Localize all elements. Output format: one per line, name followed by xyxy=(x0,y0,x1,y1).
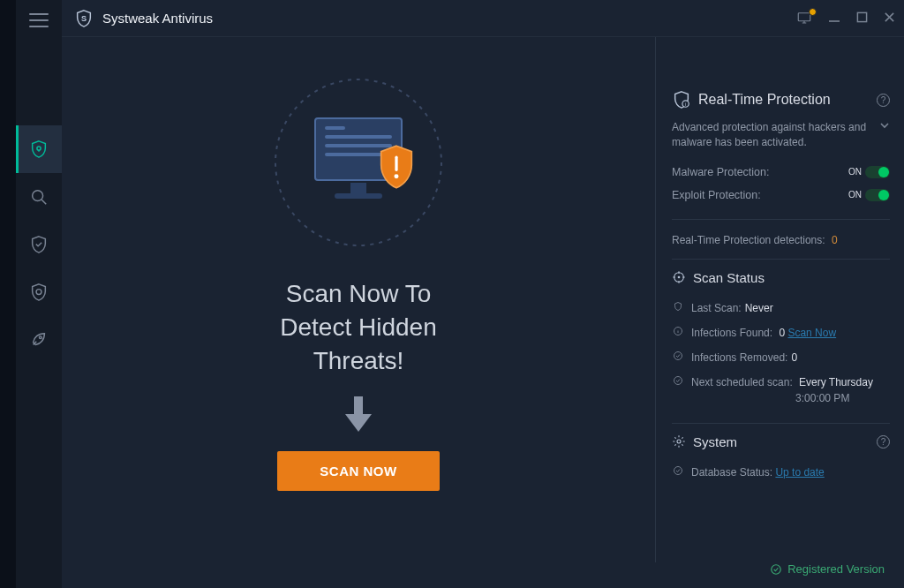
exploit-protection-row: Exploit Protection: ON xyxy=(672,184,890,207)
down-arrow-icon xyxy=(343,393,374,435)
content: Scan Now To Detect Hidden Threats! SCAN … xyxy=(62,37,904,562)
rocket-icon xyxy=(29,330,49,350)
svg-point-18 xyxy=(772,564,781,574)
malware-protection-label: Malware Protection: xyxy=(672,166,769,178)
svg-text:S: S xyxy=(81,13,87,22)
infections-removed-row: Infections Removed:0 xyxy=(672,345,890,370)
check-circle-icon xyxy=(673,351,683,361)
scan-status-title: Scan Status xyxy=(693,270,765,285)
shield-e-icon xyxy=(29,283,49,302)
svg-point-3 xyxy=(39,336,41,339)
close-button[interactable] xyxy=(884,11,895,25)
left-edge-strip xyxy=(0,0,16,588)
detections-value: 0 xyxy=(832,234,838,246)
svg-point-12 xyxy=(678,276,681,279)
database-status-row: Database Status: Up to date xyxy=(672,460,890,485)
last-scan-row: Last Scan:Never xyxy=(672,296,890,320)
target-icon xyxy=(672,270,686,284)
app-window: S Systweak Antivirus xyxy=(0,0,904,588)
registered-version-label: Registered Version xyxy=(787,562,885,576)
system-section: System ? Database Status: Up to date xyxy=(672,434,890,497)
malware-protection-toggle[interactable]: ON xyxy=(848,166,890,178)
monitor-graphic xyxy=(310,114,407,211)
malware-protection-row: Malware Protection: ON xyxy=(672,161,890,184)
gear-icon xyxy=(672,434,686,449)
shield-check-icon xyxy=(29,235,49,254)
hero-illustration xyxy=(270,74,447,251)
scan-now-button[interactable]: SCAN NOW xyxy=(277,451,439,491)
exploit-protection-label: Exploit Protection: xyxy=(672,189,761,201)
exploit-protection-toggle[interactable]: ON xyxy=(848,189,890,201)
notification-badge xyxy=(809,8,817,16)
system-help-button[interactable]: ? xyxy=(877,435,890,449)
brand: S Systweak Antivirus xyxy=(74,9,213,28)
svg-point-1 xyxy=(33,191,43,201)
svg-point-0 xyxy=(37,147,41,150)
scan-status-section: Scan Status Last Scan:Never Infections F… xyxy=(672,270,890,424)
svg-text:i: i xyxy=(685,102,686,107)
realtime-title: Real-Time Protection xyxy=(698,92,831,108)
hero-headline: Scan Now To Detect Hidden Threats! xyxy=(280,277,436,377)
svg-rect-6 xyxy=(857,12,866,21)
shield-lock-icon xyxy=(29,139,49,159)
app-logo-icon: S xyxy=(74,9,94,28)
svg-point-14 xyxy=(674,351,682,359)
help-button[interactable]: ? xyxy=(877,94,890,107)
sidebar-item-boost[interactable] xyxy=(16,316,62,364)
search-icon xyxy=(29,187,49,207)
footer: Registered Version xyxy=(62,562,904,588)
sidebar-items xyxy=(16,125,62,364)
next-scan-row: Next scheduled scan: Every Thursday 3:00… xyxy=(672,370,890,411)
svg-point-8 xyxy=(395,174,399,178)
titlebar: S Systweak Antivirus xyxy=(62,0,904,37)
menu-button[interactable] xyxy=(16,4,62,37)
minimize-button[interactable] xyxy=(828,11,840,26)
app-title: Systweak Antivirus xyxy=(102,11,213,26)
database-status-link[interactable]: Up to date xyxy=(775,466,824,479)
system-title: System xyxy=(693,434,737,449)
check-circle-icon xyxy=(673,465,683,476)
hero: Scan Now To Detect Hidden Threats! SCAN … xyxy=(62,37,655,562)
realtime-description: Advanced protection against hackers and … xyxy=(672,120,874,150)
notifications-button[interactable] xyxy=(796,11,812,26)
shield-info-icon: i xyxy=(672,90,691,109)
sidebar-item-home[interactable] xyxy=(16,125,62,173)
check-circle-icon xyxy=(770,563,782,576)
right-panel: i Real-Time Protection ? Advanced protec… xyxy=(655,37,904,562)
shield-small-icon xyxy=(673,301,683,312)
infections-found-row: Infections Found: 0 Scan Now xyxy=(672,320,890,345)
alert-shield-icon xyxy=(377,144,416,190)
check-circle-icon xyxy=(673,375,683,386)
svg-point-17 xyxy=(674,466,682,474)
body: S Systweak Antivirus xyxy=(62,0,904,588)
sidebar xyxy=(16,0,62,588)
scan-now-link[interactable]: Scan Now xyxy=(787,327,836,339)
info-icon xyxy=(673,326,683,336)
sidebar-item-protect[interactable] xyxy=(16,221,62,268)
svg-point-16 xyxy=(677,440,681,443)
chevron-down-icon[interactable] xyxy=(879,120,890,135)
sidebar-item-scan[interactable] xyxy=(16,173,62,221)
next-scan-time: 3:00:00 PM xyxy=(691,390,849,406)
svg-point-15 xyxy=(674,376,682,384)
detections-row: Real-Time Protection detections: 0 xyxy=(672,230,890,260)
window-controls xyxy=(796,11,895,26)
realtime-protection-section: i Real-Time Protection ? Advanced protec… xyxy=(672,90,890,220)
maximize-button[interactable] xyxy=(856,11,868,25)
svg-point-2 xyxy=(36,290,41,295)
sidebar-item-extra[interactable] xyxy=(16,268,62,316)
detections-label: Real-Time Protection detections: xyxy=(672,234,825,246)
